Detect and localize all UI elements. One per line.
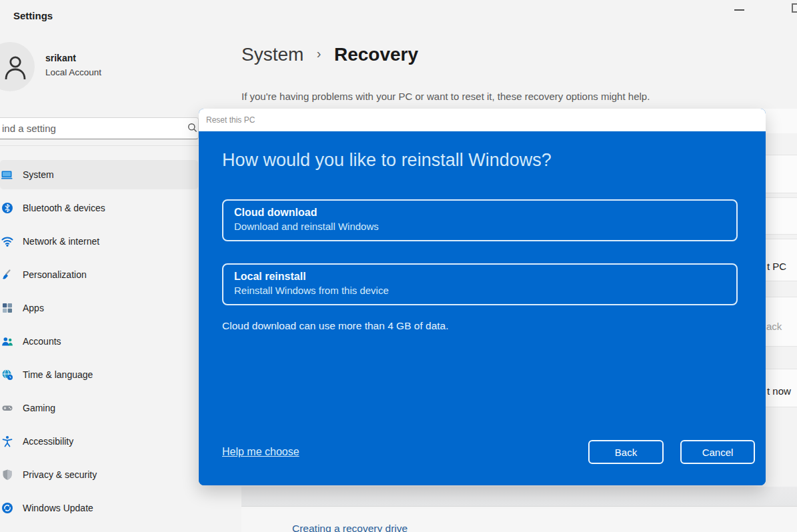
sidebar-item-personalization[interactable]: Personalization — [0, 260, 198, 289]
chevron-right-icon: › — [317, 46, 321, 61]
option-title: Cloud download — [234, 206, 726, 219]
sidebar-item-label: System — [23, 160, 54, 189]
person-icon — [3, 54, 28, 81]
sidebar-item-label: Apps — [23, 293, 44, 323]
help-me-choose-link[interactable]: Help me choose — [222, 446, 299, 458]
breadcrumb-system[interactable]: System — [241, 44, 303, 65]
restart-now-button-fragment[interactable]: t now — [767, 385, 791, 397]
dialog-body: How would you like to reinstall Windows?… — [199, 131, 766, 485]
accounts-icon — [1, 335, 13, 347]
cloud-download-option[interactable]: Cloud download Download and reinstall Wi… — [222, 199, 738, 241]
sidebar-item-privacy-security[interactable]: Privacy & security — [0, 460, 198, 489]
sidebar-item-windows-update[interactable]: Windows Update — [0, 493, 198, 523]
search-input[interactable] — [0, 117, 199, 139]
local-reinstall-option[interactable]: Local reinstall Reinstall Windows from t… — [222, 263, 738, 305]
sidebar-item-label: Windows Update — [23, 493, 93, 523]
reset-pc-dialog: Reset this PC How would you like to rein… — [199, 109, 766, 485]
dialog-heading: How would you like to reinstall Windows? — [222, 150, 552, 171]
maximize-icon[interactable] — [792, 3, 797, 13]
sidebar-item-network-internet[interactable]: Network & internet — [0, 227, 198, 256]
breadcrumb: System › Recovery — [241, 44, 418, 72]
divider — [0, 145, 199, 146]
account-type: Local Account — [45, 67, 101, 77]
settings-window: Settings srikant Local Account System Bl… — [0, 0, 797, 532]
sidebar-item-time-language[interactable]: Time & language — [0, 360, 198, 389]
section-band — [241, 487, 797, 506]
sidebar-item-label: Accessibility — [23, 427, 73, 456]
accessibility-icon — [1, 435, 13, 447]
personalization-icon — [1, 269, 13, 281]
sidebar-item-bluetooth-devices[interactable]: Bluetooth & devices — [0, 193, 198, 223]
minimize-icon[interactable] — [734, 9, 744, 11]
sidebar-item-system[interactable]: System — [0, 160, 198, 189]
sidebar-item-accessibility[interactable]: Accessibility — [0, 427, 198, 456]
sidebar-item-label: Time & language — [23, 360, 93, 389]
sidebar-item-apps[interactable]: Apps — [0, 293, 198, 323]
reset-pc-button-fragment[interactable]: t PC — [767, 261, 786, 272]
sidebar-item-label: Gaming — [23, 393, 55, 423]
bluetooth-icon — [1, 202, 13, 214]
data-usage-note: Cloud download can use more than 4 GB of… — [222, 320, 449, 332]
sidebar-item-label: Accounts — [23, 327, 61, 356]
windows-update-icon — [1, 502, 13, 514]
page-description: If you're having problems with your PC o… — [241, 91, 650, 102]
privacy-icon — [1, 469, 13, 481]
breadcrumb-recovery: Recovery — [334, 44, 418, 65]
network-icon — [1, 235, 13, 247]
option-subtitle: Download and reinstall Windows — [234, 219, 726, 233]
gaming-icon — [1, 402, 13, 414]
dialog-titlebar: Reset this PC — [199, 109, 766, 131]
sidebar-item-label: Privacy & security — [23, 460, 97, 489]
avatar[interactable] — [0, 42, 35, 91]
search-icon — [187, 123, 197, 133]
account-name: srikant — [45, 53, 76, 63]
sidebar-item-label: Personalization — [23, 260, 87, 289]
option-title: Local reinstall — [234, 270, 726, 283]
app-title: Settings — [13, 10, 53, 21]
back-button[interactable]: Back — [588, 440, 664, 464]
sidebar-item-accounts[interactable]: Accounts — [0, 327, 198, 356]
dialog-title: Reset this PC — [206, 109, 255, 131]
system-icon — [1, 169, 13, 181]
sidebar-item-label: Network & internet — [23, 227, 99, 256]
time-language-icon — [1, 369, 13, 381]
apps-icon — [1, 302, 13, 314]
cancel-button[interactable]: Cancel — [680, 440, 755, 464]
sidebar-item-gaming[interactable]: Gaming — [0, 393, 198, 423]
create-recovery-drive-link[interactable]: Creating a recovery drive — [292, 523, 408, 532]
go-back-button-fragment: ack — [766, 321, 782, 332]
option-subtitle: Reinstall Windows from this device — [234, 283, 726, 297]
sidebar-item-label: Bluetooth & devices — [23, 193, 105, 223]
